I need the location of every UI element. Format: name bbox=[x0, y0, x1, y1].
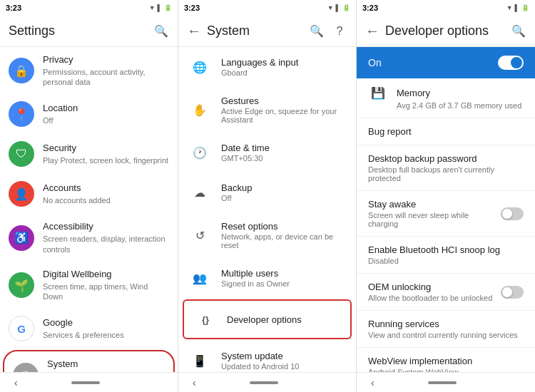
back-chevron-middle[interactable]: ‹ bbox=[193, 377, 196, 388]
nav-bar-right: ‹ bbox=[357, 377, 535, 388]
developer-title: Developer options bbox=[227, 314, 339, 325]
status-icons-right: ▼ ▌ 🔋 bbox=[506, 4, 529, 11]
backup-subtitle: Off bbox=[221, 194, 345, 202]
home-pill-left[interactable] bbox=[71, 381, 100, 384]
system-update[interactable]: 📱 System update Updated to Android 10 bbox=[178, 341, 356, 372]
multiuser-title: Multiple users bbox=[221, 268, 345, 279]
time-left: 3:23 bbox=[6, 4, 21, 12]
privacy-icon: 🔒 bbox=[9, 58, 34, 83]
location-title: Location bbox=[43, 103, 169, 115]
wifi-icon: ▼ bbox=[149, 4, 156, 11]
search-icon-right[interactable]: 🔍 bbox=[511, 24, 526, 39]
back-chevron-right[interactable]: ‹ bbox=[371, 377, 374, 388]
settings-item-accessibility[interactable]: ♿ Accessibility Screen readers, display,… bbox=[0, 214, 178, 261]
settings-item-google[interactable]: G Google Services & preferences bbox=[0, 309, 178, 349]
signal-icon-m: ▌ bbox=[336, 4, 340, 11]
dev-item-oemunlock[interactable]: OEM unlocking Allow the bootloader to be… bbox=[357, 274, 535, 311]
stayawake-knob bbox=[502, 209, 512, 219]
location-subtitle: Off bbox=[43, 115, 169, 125]
system-gestures[interactable]: ✋ Gestures Active Edge on, squeeze for y… bbox=[178, 87, 356, 133]
dev-item-running[interactable]: Running services View and control curren… bbox=[357, 311, 535, 348]
backup-title: Backup bbox=[221, 182, 345, 193]
settings-item-system[interactable]: ⚙ System Languages, gestures, time, back… bbox=[3, 350, 175, 372]
search-icon-left[interactable]: 🔍 bbox=[153, 24, 169, 39]
search-icon-middle[interactable]: 🔍 bbox=[309, 24, 325, 39]
accessibility-subtitle: Screen readers, display, interaction con… bbox=[43, 234, 169, 254]
accessibility-title: Accessibility bbox=[43, 221, 169, 233]
stayawake-title: Stay awake bbox=[368, 199, 501, 210]
multiuser-icon: 👥 bbox=[190, 272, 210, 285]
gestures-title: Gestures bbox=[221, 96, 345, 106]
panel-middle: 3:23 ▼ ▌ 🔋 ← System 🔍 ? 🌐 Languages & in… bbox=[178, 0, 357, 392]
settings-item-wellbeing[interactable]: 🌱 Digital Wellbeing Screen time, app tim… bbox=[0, 262, 178, 309]
system-datetime[interactable]: 🕐 Date & time GMT+05:30 bbox=[178, 133, 356, 172]
stayawake-toggle[interactable] bbox=[501, 207, 524, 220]
bottom-nav-middle: ‹ bbox=[178, 372, 356, 392]
security-subtitle: Play Protect, screen lock, fingerprint bbox=[43, 155, 169, 165]
settings-item-security[interactable]: 🛡 Security Play Protect, screen lock, fi… bbox=[0, 134, 178, 174]
settings-item-location[interactable]: 📍 Location Off bbox=[0, 94, 178, 134]
dev-item-stayawake[interactable]: Stay awake Screen will never sleep while… bbox=[357, 191, 535, 237]
panel-right: 3:23 ▼ ▌ 🔋 ← Developer options 🔍 On bbox=[357, 0, 535, 392]
system-multiuser[interactable]: 👥 Multiple users Signed in as Owner bbox=[178, 258, 356, 298]
oemunlock-knob bbox=[502, 287, 512, 297]
home-pill-middle[interactable] bbox=[250, 381, 278, 384]
security-icon: 🛡 bbox=[9, 141, 34, 167]
sysupdate-subtitle: Updated to Android 10 bbox=[221, 362, 345, 371]
toggle-knob bbox=[511, 57, 522, 68]
reset-icon: ↺ bbox=[190, 229, 210, 242]
status-bar-left: 3:23 ▼ ▌ 🔋 bbox=[0, 0, 178, 16]
back-icon-right[interactable]: ← bbox=[365, 23, 379, 39]
dev-item-bugreport[interactable]: Bug report bbox=[357, 118, 535, 145]
system-backup[interactable]: ☁ Backup Off bbox=[178, 172, 356, 212]
system-developer[interactable]: {} Developer options bbox=[183, 299, 352, 339]
dev-item-bluetooth[interactable]: Enable Bluetooth HCI snoop log Disabled bbox=[357, 237, 535, 274]
developer-toggle[interactable] bbox=[498, 56, 524, 70]
wellbeing-icon: 🌱 bbox=[9, 272, 34, 298]
developer-on-label: On bbox=[368, 57, 382, 68]
top-bar-icons-middle: 🔍 ? bbox=[309, 24, 347, 39]
top-bar-icons-right: 🔍 bbox=[511, 24, 526, 39]
page-title-middle: System bbox=[207, 24, 309, 38]
system-languages[interactable]: 🌐 Languages & input Gboard bbox=[178, 47, 356, 87]
status-icons-middle: ▼ ▌ 🔋 bbox=[327, 4, 350, 11]
signal-icon-r: ▌ bbox=[515, 4, 519, 11]
battery-icon-m: 🔋 bbox=[342, 4, 350, 11]
security-title: Security bbox=[43, 143, 169, 155]
help-icon-middle[interactable]: ? bbox=[332, 24, 347, 39]
status-bar-right: 3:23 ▼ ▌ 🔋 bbox=[357, 0, 535, 16]
screen-container: 3:23 ▼ ▌ 🔋 Settings 🔍 🔒 Privacy Permissi… bbox=[0, 0, 535, 392]
home-pill-right[interactable] bbox=[428, 381, 457, 384]
top-bar-right: ← Developer options 🔍 bbox=[357, 16, 535, 47]
top-bar-middle: ← System 🔍 ? bbox=[178, 16, 356, 47]
google-subtitle: Services & preferences bbox=[43, 330, 169, 340]
gestures-icon: ✋ bbox=[190, 103, 210, 117]
settings-item-privacy[interactable]: 🔒 Privacy Permissions, account activity,… bbox=[0, 47, 178, 94]
bluetooth-title: Enable Bluetooth HCI snoop log bbox=[368, 244, 524, 255]
back-icon-middle[interactable]: ← bbox=[187, 23, 201, 39]
datetime-title: Date & time bbox=[221, 143, 345, 153]
google-title: Google bbox=[43, 317, 169, 329]
privacy-title: Privacy bbox=[43, 54, 169, 66]
desktopbackup-title: Desktop backup password bbox=[368, 153, 524, 164]
accounts-title: Accounts bbox=[43, 182, 169, 195]
multiuser-subtitle: Signed in as Owner bbox=[221, 279, 345, 288]
oemunlock-toggle[interactable] bbox=[501, 286, 524, 299]
back-chevron-left[interactable]: ‹ bbox=[14, 377, 18, 388]
running-subtitle: View and control currently running servi… bbox=[368, 331, 524, 339]
top-bar-icons-left: 🔍 bbox=[153, 24, 169, 39]
settings-item-accounts[interactable]: 👤 Accounts No accounts added bbox=[0, 174, 178, 214]
webview-title: WebView implementation bbox=[368, 356, 524, 366]
dev-item-webview[interactable]: WebView implementation Android System We… bbox=[357, 348, 535, 372]
stayawake-subtitle: Screen will never sleep while charging bbox=[368, 211, 501, 228]
dev-item-memory[interactable]: 💾 Memory Avg 2.4 GB of 3.7 GB memory use… bbox=[357, 78, 535, 118]
system-title: System bbox=[47, 359, 165, 371]
accessibility-icon: ♿ bbox=[9, 225, 34, 251]
dev-item-desktopbackup[interactable]: Desktop backup password Desktop full bac… bbox=[357, 145, 535, 191]
wellbeing-title: Digital Wellbeing bbox=[43, 269, 169, 281]
battery-icon-r: 🔋 bbox=[521, 4, 529, 11]
system-reset[interactable]: ↺ Reset options Network, apps, or device… bbox=[178, 212, 356, 258]
developer-icon: {} bbox=[195, 314, 215, 325]
oemunlock-title: OEM unlocking bbox=[368, 282, 501, 292]
wellbeing-subtitle: Screen time, app timers, Wind Down bbox=[43, 282, 169, 302]
